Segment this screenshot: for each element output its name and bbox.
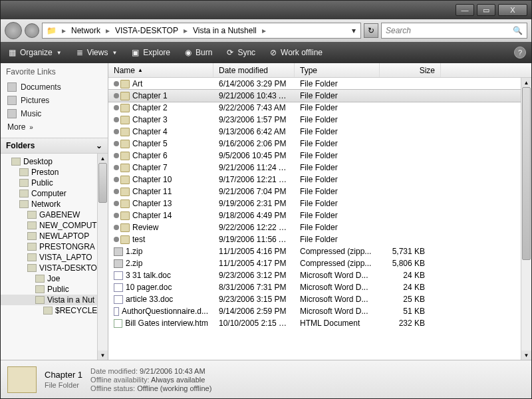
- file-name: Bill Gates interview.htm: [125, 319, 208, 328]
- scroll-down-icon[interactable]: ▼: [98, 350, 108, 360]
- tree-node[interactable]: PRESTONGRA: [1, 241, 108, 252]
- minimize-button[interactable]: —: [456, 4, 474, 16]
- file-row[interactable]: Chapter 139/19/2006 2:31 PMFile Folder: [108, 198, 531, 209]
- forward-button[interactable]: [25, 23, 39, 38]
- file-type: Microsoft Word D...: [295, 295, 380, 304]
- breadcrumb-item[interactable]: VISTA-DESKTOP: [112, 26, 181, 35]
- folder-icon: [120, 176, 130, 184]
- scroll-thumb[interactable]: [98, 163, 107, 203]
- tree-node[interactable]: Vista in a Nut: [1, 295, 108, 305]
- tree-node[interactable]: Public: [1, 178, 108, 188]
- file-date: 9/18/2006 4:49 PM: [213, 211, 295, 220]
- explore-icon: ▣: [132, 48, 139, 57]
- work-offline-button[interactable]: ⊘Work offline: [267, 47, 325, 59]
- breadcrumb[interactable]: 📁 ▸ Network ▸ VISTA-DESKTOP ▸ Vista in a…: [42, 23, 361, 39]
- explore-button[interactable]: ▣Explore: [129, 47, 173, 59]
- tree-node[interactable]: Preston: [1, 167, 108, 178]
- file-row[interactable]: Bill Gates interview.htm10/10/2005 2:15 …: [108, 317, 531, 329]
- scroll-up-icon[interactable]: ▲: [98, 154, 108, 163]
- folder-icon: [27, 264, 37, 272]
- file-row[interactable]: Chapter 149/18/2006 4:49 PMFile Folder: [108, 209, 531, 221]
- file-row[interactable]: Chapter 59/16/2006 2:06 PMFile Folder: [108, 138, 531, 150]
- documents-link[interactable]: Documents: [6, 80, 102, 94]
- folders-header[interactable]: Folders⌄: [1, 138, 108, 154]
- file-row[interactable]: AuthorQuestionnaire.d...9/14/2006 2:59 P…: [108, 305, 531, 317]
- tree-node[interactable]: Joe: [1, 273, 108, 284]
- close-button[interactable]: X: [498, 4, 527, 16]
- tree-node[interactable]: GABENEW: [1, 209, 108, 220]
- search-box[interactable]: 🔍: [381, 23, 527, 39]
- more-link[interactable]: More »: [6, 120, 102, 134]
- file-row[interactable]: 1.zip11/1/2005 4:16 PMCompressed (zipp..…: [108, 245, 531, 257]
- tree-node[interactable]: Desktop: [1, 156, 108, 167]
- file-size: 24 KB: [380, 271, 430, 280]
- folder-icon: [27, 243, 37, 251]
- file-size: 24 KB: [380, 283, 430, 292]
- search-input[interactable]: [386, 26, 513, 35]
- sync-button[interactable]: ⟳Sync: [224, 47, 258, 59]
- help-button[interactable]: ?: [514, 47, 526, 59]
- folder-icon: [120, 211, 130, 220]
- folder-icon: [27, 221, 37, 229]
- details-offline-status: Offline (working offline): [137, 384, 211, 392]
- list-scrollbar[interactable]: ▲ ▼: [521, 78, 531, 360]
- breadcrumb-dropdown[interactable]: ▾: [348, 26, 359, 35]
- column-size[interactable]: Size: [380, 63, 441, 77]
- tree-node[interactable]: Public: [1, 284, 108, 295]
- organize-button[interactable]: ▦Organize▼: [6, 47, 65, 59]
- tree-node[interactable]: NEWLAPTOP: [1, 231, 108, 241]
- file-row[interactable]: Chapter 39/23/2006 1:57 PMFile Folder: [108, 114, 531, 126]
- folder-icon: [19, 190, 29, 198]
- file-row[interactable]: Chapter 49/13/2006 6:42 AMFile Folder: [108, 126, 531, 138]
- file-row[interactable]: Review9/22/2006 12:22 PMFile Folder: [108, 221, 531, 233]
- tree-scrollbar[interactable]: ▲ ▼: [97, 154, 108, 360]
- tree-node[interactable]: Network: [1, 199, 108, 209]
- tree-node[interactable]: $RECYCLE.: [1, 305, 108, 316]
- tree-node[interactable]: VISTA_LAPTO: [1, 252, 108, 263]
- file-date: 9/19/2006 11:56 AM: [213, 235, 295, 244]
- file-row[interactable]: Chapter 109/17/2006 12:21 PMFile Folder: [108, 174, 531, 186]
- file-row[interactable]: 10 pager.doc8/31/2006 7:31 PMMicrosoft W…: [108, 281, 531, 293]
- refresh-button[interactable]: ↻: [364, 23, 378, 38]
- back-button[interactable]: [5, 22, 22, 39]
- tree-node[interactable]: VISTA-DESKTO: [1, 263, 108, 273]
- maximize-button[interactable]: ▭: [477, 4, 495, 16]
- file-row[interactable]: test9/19/2006 11:56 AMFile Folder: [108, 233, 531, 245]
- breadcrumb-item[interactable]: Vista in a Nutshell: [190, 26, 259, 35]
- file-type: File Folder: [295, 79, 380, 88]
- pictures-link[interactable]: Pictures: [6, 94, 102, 107]
- column-date[interactable]: Date modified: [213, 63, 295, 77]
- column-name[interactable]: Name▲: [108, 63, 213, 77]
- file-name: Chapter 10: [132, 175, 172, 184]
- file-row[interactable]: Chapter 69/5/2006 10:45 PMFile Folder: [108, 150, 531, 162]
- column-type[interactable]: Type: [295, 63, 380, 77]
- folder-icon: [7, 366, 37, 393]
- file-row[interactable]: Art6/14/2006 3:29 PMFile Folder: [108, 78, 531, 90]
- breadcrumb-item[interactable]: Network: [68, 26, 103, 35]
- column-headers: Name▲ Date modified Type Size: [108, 63, 531, 78]
- tree-node[interactable]: NEW_COMPUT: [1, 220, 108, 231]
- tree-label: VISTA_LAPTO: [39, 253, 92, 262]
- burn-button[interactable]: ◉Burn: [182, 47, 215, 59]
- music-link[interactable]: Music: [6, 107, 102, 120]
- views-button[interactable]: ≣Views▼: [74, 47, 120, 59]
- tree-node[interactable]: Computer: [1, 188, 108, 199]
- sync-icon: ⟳: [227, 48, 233, 57]
- scroll-down-icon[interactable]: ▼: [521, 350, 531, 360]
- file-row[interactable]: Chapter 119/21/2006 7:04 PMFile Folder: [108, 186, 531, 198]
- file-type: File Folder: [295, 175, 380, 184]
- sync-icon: [114, 105, 119, 110]
- file-date: 9/14/2006 2:59 PM: [213, 307, 295, 316]
- file-row[interactable]: 3 31 talk.doc9/23/2006 3:12 PMMicrosoft …: [108, 269, 531, 281]
- file-row[interactable]: article 33.doc9/23/2006 3:15 PMMicrosoft…: [108, 293, 531, 305]
- file-row[interactable]: Chapter 19/21/2006 10:43 AMFile Folder: [108, 90, 531, 102]
- file-row[interactable]: 2.zip11/1/2005 4:17 PMCompressed (zipp..…: [108, 257, 531, 269]
- chevron-right-icon: ▸: [59, 26, 68, 35]
- scroll-up-icon[interactable]: ▲: [521, 78, 531, 87]
- scroll-thumb[interactable]: [522, 87, 531, 260]
- details-date-modified: 9/21/2006 10:43 AM: [140, 367, 205, 375]
- file-row[interactable]: Chapter 29/22/2006 7:43 AMFile Folder: [108, 102, 531, 114]
- zip-icon: [114, 259, 123, 268]
- organize-icon: ▦: [9, 48, 16, 57]
- file-row[interactable]: Chapter 79/21/2006 11:24 AMFile Folder: [108, 162, 531, 174]
